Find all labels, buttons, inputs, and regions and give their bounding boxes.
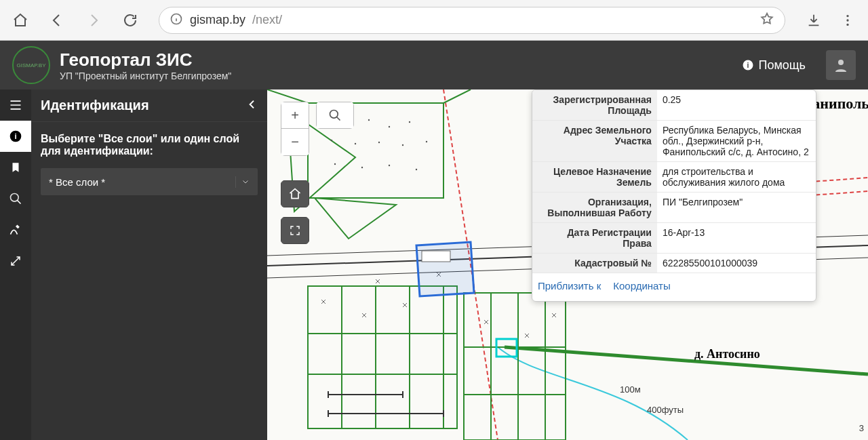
fullscreen-control — [281, 217, 309, 244]
svg-point-2 — [846, 19, 848, 21]
info-table: Зарегистрированная Площадь0.25 Адрес Зем… — [532, 90, 816, 273]
scale-ft: 400футы — [647, 405, 684, 415]
user-button[interactable] — [826, 50, 856, 80]
map-search-control — [316, 102, 354, 129]
zoom-to-link[interactable]: Приблизить к — [538, 280, 601, 292]
tool-bookmark[interactable] — [0, 152, 31, 183]
star-icon[interactable] — [760, 12, 774, 29]
help-button[interactable]: i Помощь — [742, 58, 806, 73]
table-row: Целевое Назначение Земельдля строительст… — [532, 162, 816, 193]
tool-draw[interactable] — [0, 214, 31, 245]
svg-point-18 — [355, 143, 356, 144]
download-icon[interactable] — [806, 12, 822, 28]
panel-title: Идентификация — [41, 98, 149, 113]
corner-num: 3 — [859, 423, 864, 433]
svg-point-17 — [331, 140, 332, 141]
vertical-toolbar: i — [0, 89, 31, 440]
reload-icon[interactable] — [122, 12, 138, 28]
app-logo[interactable]: GISMAP.BY — [12, 46, 50, 84]
scale-m: 100м — [620, 384, 641, 395]
url-host: gismap.by — [190, 13, 245, 27]
back-icon[interactable] — [49, 12, 65, 28]
help-label: Помощь — [758, 58, 806, 73]
map-search-button[interactable] — [316, 102, 354, 129]
chevron-down-icon — [235, 176, 250, 188]
url-bar[interactable]: gismap.by/next/ — [159, 7, 785, 34]
layer-select-value: * Все слои * — [49, 176, 105, 188]
svg-text:i: i — [747, 61, 749, 69]
table-row: Дата Регистрации Права16-Apr-13 — [532, 223, 816, 254]
svg-point-23 — [361, 167, 363, 168]
svg-point-19 — [378, 142, 380, 143]
tool-identify[interactable]: i — [0, 121, 31, 152]
map-canvas[interactable]: 110кн 220 г. Фаниполь д. Антосино 100м 4… — [267, 89, 868, 440]
svg-point-16 — [409, 121, 410, 123]
zoom-in-button[interactable]: + — [281, 102, 309, 129]
main-area: i Идентификация Выберите "Все слои" или … — [0, 89, 868, 440]
info-icon[interactable] — [170, 12, 183, 28]
menu-dots-icon[interactable] — [840, 12, 856, 28]
svg-text:i: i — [14, 132, 16, 140]
svg-point-20 — [402, 144, 403, 146]
village-label: д. Антосино — [694, 347, 760, 361]
app-title: Геопортал ЗИС — [60, 49, 231, 71]
zoom-controls: + − — [281, 102, 309, 156]
layer-select[interactable]: * Все слои * — [41, 168, 258, 195]
table-row: Адрес Земельного УчасткаРеспублика Белар… — [532, 121, 816, 162]
svg-rect-27 — [422, 251, 450, 262]
map-fullscreen-button[interactable] — [281, 217, 309, 244]
panel-collapse-icon[interactable] — [247, 99, 258, 113]
svg-point-14 — [368, 119, 370, 121]
tool-layers[interactable] — [0, 89, 31, 121]
tool-expand[interactable] — [0, 245, 31, 277]
map-home-button[interactable] — [281, 180, 309, 207]
svg-rect-11 — [308, 286, 457, 428]
table-row: Организация, Выполнившая РаботуПИ "Белги… — [532, 193, 816, 223]
title-block: Геопортал ЗИС УП "Проектный институт Бел… — [60, 49, 231, 81]
svg-point-9 — [11, 194, 19, 202]
svg-point-21 — [426, 141, 427, 142]
svg-point-3 — [846, 23, 848, 25]
feature-info-popup: Зарегистрированная Площадь0.25 Адрес Зем… — [532, 89, 816, 302]
svg-point-24 — [389, 165, 390, 166]
svg-point-28 — [330, 111, 338, 119]
url-path: /next/ — [252, 13, 282, 27]
zoom-out-button[interactable]: − — [281, 129, 309, 156]
home-icon[interactable] — [12, 12, 28, 28]
panel-instruction: Выберите "Все слои" или один слой для ид… — [41, 133, 258, 157]
svg-point-15 — [389, 126, 390, 127]
svg-point-25 — [416, 169, 417, 170]
svg-point-22 — [334, 163, 336, 165]
forward-icon — [85, 12, 102, 28]
app-subtitle: УП "Проектный институт Белгипрозем" — [60, 71, 231, 81]
browser-chrome: gismap.by/next/ — [0, 0, 868, 41]
table-row: Кадастровый №622285500101000039 — [532, 254, 816, 273]
coordinates-link[interactable]: Координаты — [613, 280, 671, 292]
tool-search[interactable] — [0, 183, 31, 214]
side-panel: Идентификация Выберите "Все слои" или од… — [31, 89, 267, 440]
table-row: Зарегистрированная Площадь0.25 — [532, 90, 816, 121]
app-header: GISMAP.BY Геопортал ЗИС УП "Проектный ин… — [0, 41, 868, 89]
home-control — [281, 180, 309, 207]
svg-point-6 — [838, 60, 844, 65]
svg-point-1 — [846, 14, 848, 16]
